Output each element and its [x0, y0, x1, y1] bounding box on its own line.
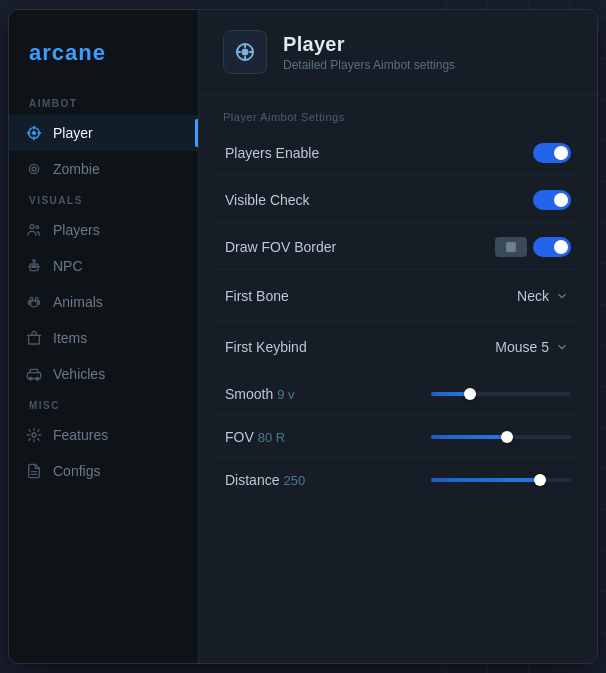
app-window: arcane AIMBOT Player [8, 9, 598, 664]
toggle-slider [533, 143, 571, 163]
header-icon-player [223, 30, 267, 74]
gear-icon [25, 426, 43, 444]
file-icon [25, 462, 43, 480]
sidebar-animals-label: Animals [53, 294, 103, 310]
first-bone-value: Neck [517, 288, 549, 304]
draw-fov-border-label: Draw FOV Border [225, 239, 336, 255]
sidebar-vehicles-label: Vehicles [53, 366, 105, 382]
sidebar-item-player[interactable]: Player [9, 115, 198, 151]
setting-smooth: Smooth9 v [215, 374, 581, 415]
distance-slider-fill [431, 478, 540, 482]
fov-slider-thumb [501, 431, 513, 443]
section-label-visuals: VISUALS [9, 187, 198, 212]
section-label-misc: MISC [9, 392, 198, 417]
visible-check-label: Visible Check [225, 192, 310, 208]
sidebar-item-configs[interactable]: Configs [9, 453, 198, 489]
car-icon [25, 365, 43, 383]
header-text-group: Player Detailed Players Aimbot settings [283, 33, 455, 72]
distance-slider-thumb [534, 474, 546, 486]
sidebar-features-label: Features [53, 427, 108, 443]
smooth-slider-thumb [464, 388, 476, 400]
setting-first-bone: First Bone Neck [215, 272, 581, 321]
sidebar-item-animals[interactable]: Animals [9, 284, 198, 320]
main-content: Player Detailed Players Aimbot settings … [199, 10, 597, 663]
sidebar: arcane AIMBOT Player [9, 10, 199, 663]
setting-fov: FOV80 R [215, 417, 581, 458]
svg-point-6 [29, 164, 38, 173]
setting-first-keybind: First Keybind Mouse 5 [215, 323, 581, 372]
smooth-slider-container[interactable] [431, 392, 571, 396]
settings-section-label: Player Aimbot Settings [199, 95, 597, 131]
toggle-square-inner [506, 242, 516, 252]
svg-point-8 [30, 225, 34, 229]
sidebar-item-features[interactable]: Features [9, 417, 198, 453]
svg-point-9 [36, 226, 39, 229]
toggle-slider [533, 190, 571, 210]
setting-players-enable: Players Enable [215, 131, 581, 176]
section-label-aimbot: AIMBOT [9, 90, 198, 115]
fov-slider-track [431, 435, 571, 439]
players-enable-label: Players Enable [225, 145, 319, 161]
first-bone-dropdown[interactable]: Neck [515, 284, 571, 308]
fov-label: FOV80 R [225, 429, 285, 445]
fov-slider-container[interactable] [431, 435, 571, 439]
sidebar-player-label: Player [53, 125, 93, 141]
first-keybind-dropdown[interactable]: Mouse 5 [493, 335, 571, 359]
page-header: Player Detailed Players Aimbot settings [199, 10, 597, 95]
page-subtitle: Detailed Players Aimbot settings [283, 58, 455, 72]
smooth-slider-fill [431, 392, 470, 396]
fov-border-controls [495, 237, 571, 257]
sidebar-items-label: Items [53, 330, 87, 346]
svg-point-14 [33, 260, 35, 262]
sidebar-zombie-label: Zombie [53, 161, 100, 177]
sidebar-configs-label: Configs [53, 463, 100, 479]
svg-point-5 [33, 132, 36, 135]
svg-point-33 [243, 50, 248, 55]
app-logo: arcane [9, 30, 198, 90]
first-bone-label: First Bone [225, 288, 289, 304]
first-keybind-value: Mouse 5 [495, 339, 549, 355]
paw-icon [25, 293, 43, 311]
fov-slider-fill [431, 435, 507, 439]
toggle-slider [533, 237, 571, 257]
sidebar-item-players[interactable]: Players [9, 212, 198, 248]
page-title: Player [283, 33, 455, 56]
sidebar-npc-label: NPC [53, 258, 83, 274]
box-icon [25, 329, 43, 347]
distance-slider-container[interactable] [431, 478, 571, 482]
svg-point-7 [32, 167, 36, 171]
svg-rect-12 [35, 266, 36, 267]
sidebar-item-vehicles[interactable]: Vehicles [9, 356, 198, 392]
svg-point-25 [32, 433, 36, 437]
target-icon [25, 160, 43, 178]
visible-check-toggle[interactable] [533, 190, 571, 210]
fov-border-enable-toggle[interactable] [533, 237, 571, 257]
svg-rect-11 [32, 266, 33, 267]
sidebar-item-zombie[interactable]: Zombie [9, 151, 198, 187]
smooth-label: Smooth9 v [225, 386, 295, 402]
settings-list: Players Enable Visible Check Draw FOV Bo… [199, 131, 597, 501]
sidebar-item-npc[interactable]: NPC [9, 248, 198, 284]
svg-rect-21 [29, 335, 40, 344]
sidebar-item-items[interactable]: Items [9, 320, 198, 356]
setting-draw-fov-border: Draw FOV Border [215, 225, 581, 270]
distance-label: Distance250 [225, 472, 305, 488]
first-keybind-label: First Keybind [225, 339, 307, 355]
robot-icon [25, 257, 43, 275]
fov-border-style-toggle[interactable] [495, 237, 527, 257]
setting-visible-check: Visible Check [215, 178, 581, 223]
smooth-slider-track [431, 392, 571, 396]
crosshair-icon [25, 124, 43, 142]
distance-slider-track [431, 478, 571, 482]
sidebar-players-label: Players [53, 222, 100, 238]
players-enable-toggle[interactable] [533, 143, 571, 163]
users-icon [25, 221, 43, 239]
setting-distance: Distance250 [215, 460, 581, 501]
